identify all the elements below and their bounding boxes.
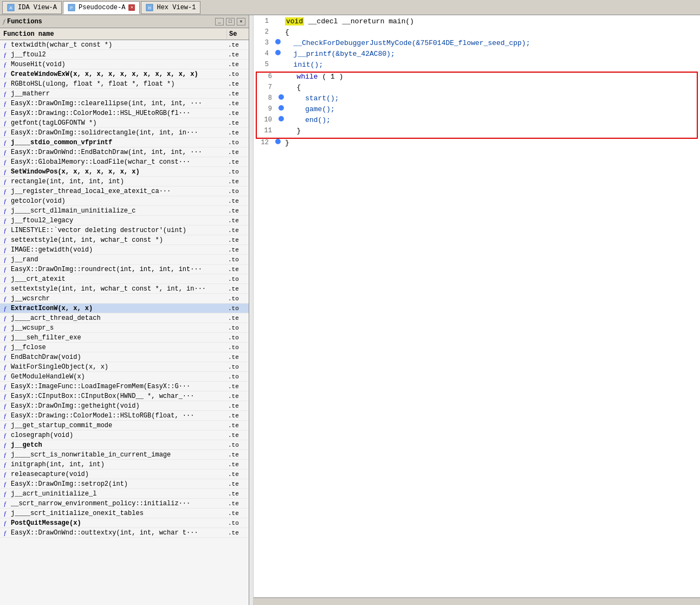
function-row[interactable]: fj__fclose.to (0, 343, 249, 352)
function-name: j__getch (10, 441, 227, 449)
function-row[interactable]: fj__ftoul2.te (0, 50, 249, 60)
code-line[interactable]: 2{ (254, 28, 700, 39)
code-line[interactable]: 10 end(); (257, 116, 697, 127)
hex-view-icon: H (146, 4, 153, 11)
code-content[interactable]: 1void __cdecl __noreturn main()2{3 __Che… (254, 15, 700, 597)
function-row[interactable]: fRGBtoHSL(ulong, float *, float *, float… (0, 79, 249, 89)
function-icon: f (0, 391, 10, 401)
code-line[interactable]: 5 init(); (254, 61, 700, 72)
function-row[interactable]: fj___crt_atexit.to (0, 274, 249, 284)
code-line[interactable]: 12} (254, 139, 700, 150)
col-seg: Se (227, 29, 249, 39)
function-row[interactable]: fSetWindowPos(x, x, x, x, x, x, x).to (0, 167, 249, 177)
function-row[interactable]: fj____scrt_is_nonwritable_in_current_ima… (0, 450, 249, 460)
function-segment: .te (227, 286, 249, 292)
function-icon: f (0, 460, 10, 469)
function-icon: f (0, 352, 10, 362)
function-segment: .te (227, 42, 249, 48)
tab-pseudocode-a[interactable]: P Pseudocode-A ✕ (63, 1, 140, 14)
code-line[interactable]: 3 __CheckForDebuggerJustMyCode(&75F014DE… (254, 39, 700, 50)
function-row[interactable]: fEasyX::ImageFunc::LoadImageFromMem(Easy… (0, 382, 249, 391)
function-segment: .te (227, 237, 249, 243)
function-row[interactable]: fclosegraph(void).te (0, 430, 249, 440)
function-segment: .te (227, 198, 249, 204)
code-line[interactable]: 8 start(); (257, 94, 697, 105)
function-row[interactable]: fEasyX::Drawing::ColorModel::HSLtoRGB(fl… (0, 411, 249, 421)
function-row[interactable]: fGetModuleHandleW(x).to (0, 372, 249, 382)
function-name: j__rand (10, 256, 227, 263)
function-row[interactable]: fEasyX::DrawOnImg::setrop2(int).te (0, 479, 249, 489)
function-segment: .te (227, 432, 249, 439)
function-row[interactable]: fj__wcsupr_s.to (0, 323, 249, 333)
pseudocode-close[interactable]: ✕ (128, 4, 135, 11)
function-row[interactable]: fEasyX::GlobalMemory::LoadFile(wchar_t c… (0, 157, 249, 167)
function-name: getcolor(void) (10, 197, 227, 205)
panel-title: Functions (7, 18, 213, 25)
code-panel: 1void __cdecl __noreturn main()2{3 __Che… (254, 15, 700, 605)
function-row[interactable]: fj__matherr.te (0, 89, 249, 99)
code-line[interactable]: 1void __cdecl __noreturn main() (254, 17, 700, 28)
function-row[interactable]: fCreateWindowExW(x, x, x, x, x, x, x, x,… (0, 69, 249, 79)
function-row[interactable]: fEasyX::CInputBox::CInputBox(HWND__ *, w… (0, 391, 249, 401)
line-number: 2 (254, 28, 273, 36)
function-row[interactable]: fEasyX::DrawOnImg::clearellipse(int, int… (0, 99, 249, 108)
function-row[interactable]: fExtractIconW(x, x, x).to (0, 304, 249, 313)
function-row[interactable]: fj____scrt_initialize_onexit_tables.te (0, 509, 249, 518)
function-row[interactable]: fWaitForSingleObject(x, x).to (0, 362, 249, 372)
function-row[interactable]: fsettextstyle(int, int, wchar_t const *)… (0, 235, 249, 245)
function-row[interactable]: f__scrt_narrow_environment_policy::initi… (0, 499, 249, 509)
function-icon: f (0, 333, 10, 343)
bottom-scroll[interactable] (254, 597, 700, 605)
function-row[interactable]: fj__rand.to (0, 255, 249, 265)
tab-ida-view-a[interactable]: A IDA View-A (2, 1, 62, 14)
function-row[interactable]: fj__ftoul2_legacy.te (0, 216, 249, 226)
code-line[interactable]: 4 j__printf(&byte_42AC80); (254, 50, 700, 61)
function-row[interactable]: fgetcolor(void).te (0, 196, 249, 206)
close-panel-btn[interactable]: ✕ (237, 18, 245, 25)
code-line[interactable]: 7 { (257, 83, 697, 94)
minimize-btn[interactable]: _ (215, 18, 224, 25)
svg-text:H: H (148, 5, 151, 10)
function-row[interactable]: freleasecapture(void).te (0, 469, 249, 479)
function-row[interactable]: fEasyX::DrawOnImg::getheight(void).te (0, 401, 249, 411)
function-icon: f (0, 196, 10, 206)
function-row[interactable]: fLINESTYLE::`vector deleting destructor'… (0, 226, 249, 235)
code-line[interactable]: 9 game(); (257, 105, 697, 116)
function-row[interactable]: fMouseHit(void).te (0, 60, 249, 69)
function-row[interactable]: finitgraph(int, int, int).te (0, 460, 249, 469)
function-row[interactable]: fj__getch.to (0, 440, 249, 450)
function-row[interactable]: fEasyX::DrawOnWnd::EndBatchDraw(int, int… (0, 147, 249, 157)
function-row[interactable]: fEasyX::DrawOnImg::roundrect(int, int, i… (0, 265, 249, 274)
functions-list[interactable]: ftextwidth(wchar_t const *).tefj__ftoul2… (0, 40, 249, 605)
function-row[interactable]: fsettextstyle(int, int, wchar_t const *,… (0, 284, 249, 294)
function-row[interactable]: fj____stdio_common_vfprintf.to (0, 138, 249, 147)
maximize-btn[interactable]: □ (226, 18, 235, 25)
function-row[interactable]: fIMAGE::getwidth(void).te (0, 245, 249, 255)
function-name: EndBatchDraw(void) (10, 353, 227, 361)
function-row[interactable]: fj__acrt_uninitialize_l.te (0, 489, 249, 499)
function-row[interactable]: fgetfont(tagLOGFONTW *).te (0, 118, 249, 128)
function-row[interactable]: fPostQuitMessage(x).to (0, 518, 249, 528)
function-row[interactable]: fEasyX::DrawOnWnd::outtextxy(int, int, w… (0, 528, 249, 538)
code-line[interactable]: 11 } (257, 127, 697, 138)
function-row[interactable]: fj__wcsrchr.to (0, 294, 249, 304)
function-row[interactable]: ftextwidth(wchar_t const *).te (0, 40, 249, 50)
function-segment: .to (227, 374, 249, 380)
function-row[interactable]: fj____scrt_dllmain_uninitialize_c.te (0, 206, 249, 216)
tab-hex-view-1[interactable]: H Hex View-1 (141, 1, 200, 14)
function-row[interactable]: frectangle(int, int, int, int).te (0, 177, 249, 186)
function-row[interactable]: fj__register_thread_local_exe_atexit_ca·… (0, 186, 249, 196)
function-row[interactable]: fEndBatchDraw(void).te (0, 352, 249, 362)
function-row[interactable]: fj__get_startup_commit_mode.te (0, 421, 249, 430)
function-row[interactable]: fEasyX::DrawOnImg::solidrectangle(int, i… (0, 128, 249, 138)
function-row[interactable]: fEasyX::Drawing::ColorModel::HSL_HUEtoRG… (0, 108, 249, 118)
function-icon: f (0, 40, 10, 50)
line-number: 6 (257, 73, 276, 80)
function-icon: f (0, 157, 10, 167)
function-segment: .te (227, 159, 249, 165)
function-name: PostQuitMessage(x) (10, 519, 227, 527)
function-row[interactable]: fj____acrt_thread_detach.te (0, 313, 249, 323)
function-row[interactable]: fj___seh_filter_exe.to (0, 333, 249, 343)
function-segment: .te (227, 266, 249, 273)
code-line[interactable]: 6 while ( 1 ) (257, 73, 697, 83)
